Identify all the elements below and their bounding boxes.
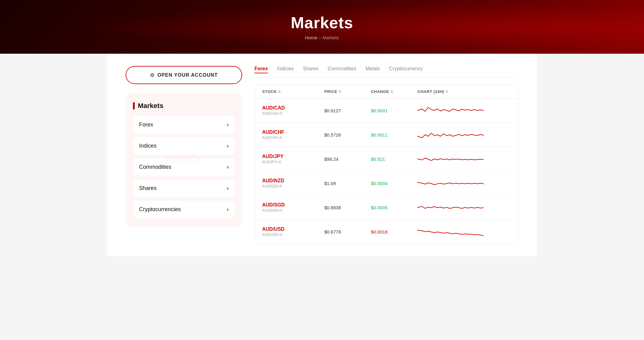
breadcrumb-separator: ›: [319, 35, 321, 40]
chevron-right-icon-shares: ›: [227, 185, 229, 191]
chart-cell: [417, 103, 511, 118]
change-cell: $0.0018: [371, 229, 417, 234]
sparkline-chart: [417, 127, 485, 142]
stock-cell: AUD/CHF AUDCHF=X: [262, 129, 324, 140]
page-title: Markets: [291, 14, 353, 32]
sparkline-chart: [417, 103, 485, 118]
breadcrumb: Home › Markets: [305, 35, 339, 40]
tab-metals[interactable]: Metals: [366, 66, 380, 73]
tab-forex[interactable]: Forex: [254, 66, 268, 73]
stock-code: AUDCAD=X: [262, 111, 324, 116]
tab-cryptocurrency[interactable]: Cryptocurrency: [389, 66, 422, 73]
open-account-button[interactable]: ⊙ OPEN YOUR ACCOUNT: [126, 66, 242, 84]
sidebar-item-shares[interactable]: Shares›: [133, 180, 235, 197]
sidebar-item-cryptocurrencies[interactable]: Cryptocurrencies›: [133, 201, 235, 218]
chevron-right-icon-cryptocurrencies: ›: [227, 206, 229, 213]
stock-code: AUDSGD=X: [262, 208, 324, 213]
chart-cell: [417, 200, 511, 215]
stock-name: AUD/NZD: [262, 178, 324, 184]
sort-icon-change[interactable]: ⇅: [390, 90, 393, 93]
stock-cell: AUD/JPY AUDJPY=X: [262, 154, 324, 164]
stock-code: AUDNZD=X: [262, 184, 324, 188]
markets-box: WikiFX Markets Forex›Indices›Commodities…: [126, 93, 242, 227]
table-row: AUD/JPY AUDJPY=X $98.24 $0.521: [255, 147, 518, 171]
table-row: AUD/CAD AUDCAD=X $0.9127 $0.0001: [255, 99, 518, 123]
stock-cell: AUD/CAD AUDCAD=X: [262, 105, 324, 116]
breadcrumb-home[interactable]: Home: [305, 35, 317, 40]
price-cell: $1.09: [324, 181, 371, 186]
tab-commodities[interactable]: Commodities: [328, 66, 356, 73]
change-cell: $0.0011: [371, 132, 417, 137]
right-panel: ForexIndiciesSharesCommoditiesMetalsCryp…: [254, 66, 518, 244]
price-cell: $0.8838: [324, 205, 371, 210]
change-cell: $0.0005: [371, 205, 417, 210]
chevron-right-icon-indices: ›: [227, 143, 229, 149]
breadcrumb-current: Markets: [323, 35, 339, 40]
sidebar: ⊙ OPEN YOUR ACCOUNT WikiFX Markets Forex…: [126, 66, 242, 244]
sidebar-items-list: Forex›Indices›Commodities›Shares›Cryptoc…: [133, 116, 235, 218]
sidebar-item-label-indices: Indices: [139, 143, 157, 149]
change-cell: $0.0001: [371, 108, 417, 113]
th-price: PRICE ⇅: [324, 89, 371, 94]
table-header: STOCK ⇅ PRICE ⇅ CHANGE ⇅ CHART (24H) ⇅: [255, 85, 518, 99]
th-change: CHANGE ⇅: [371, 89, 417, 94]
tab-shares[interactable]: Shares: [303, 66, 319, 73]
chart-cell: [417, 127, 511, 142]
stock-cell: AUD/USD AUDUSD=X: [262, 226, 324, 237]
open-account-label: OPEN YOUR ACCOUNT: [157, 72, 218, 78]
sidebar-item-commodities[interactable]: Commodities›: [133, 158, 235, 176]
stock-code: AUDCHF=X: [262, 136, 324, 140]
th-stock: STOCK ⇅: [262, 89, 324, 94]
sidebar-item-forex[interactable]: Forex›: [133, 116, 235, 133]
open-account-icon: ⊙: [150, 72, 154, 78]
sidebar-item-label-cryptocurrencies: Cryptocurrencies: [139, 206, 181, 213]
sparkline-chart: [417, 151, 485, 167]
price-cell: $0.9127: [324, 108, 371, 113]
sort-icon-price[interactable]: ⇅: [339, 90, 341, 93]
markets-box-title: Markets: [133, 102, 235, 110]
sidebar-item-indices[interactable]: Indices›: [133, 137, 235, 155]
table-row: AUD/NZD AUDNZD=X $1.09 $0.0004: [255, 171, 518, 195]
chevron-right-icon-forex: ›: [227, 122, 229, 128]
th-chart: CHART (24H) ⇅: [417, 89, 511, 94]
market-table: STOCK ⇅ PRICE ⇅ CHANGE ⇅ CHART (24H) ⇅ A…: [254, 85, 518, 244]
tab-indicies[interactable]: Indicies: [277, 66, 294, 73]
chart-cell: [417, 224, 511, 239]
sparkline-chart: [417, 224, 485, 239]
table-row: AUD/USD AUDUSD=X $0.6778 $0.0018: [255, 220, 518, 244]
sidebar-item-label-commodities: Commodities: [139, 164, 171, 170]
stock-cell: AUD/NZD AUDNZD=X: [262, 178, 324, 188]
market-tabs: ForexIndiciesSharesCommoditiesMetalsCryp…: [254, 66, 518, 77]
price-cell: $0.5726: [324, 132, 371, 137]
main-content: ⊙ OPEN YOUR ACCOUNT WikiFX Markets Forex…: [107, 54, 537, 256]
price-cell: $98.24: [324, 156, 371, 162]
table-body: AUD/CAD AUDCAD=X $0.9127 $0.0001 AUD/CHF…: [255, 99, 518, 244]
stock-code: AUDUSD=X: [262, 233, 324, 237]
stock-name: AUD/SGD: [262, 202, 324, 208]
price-cell: $0.6778: [324, 229, 371, 234]
sidebar-item-label-forex: Forex: [139, 122, 153, 128]
stock-code: AUDJPY=X: [262, 160, 324, 164]
chart-cell: [417, 151, 511, 167]
sparkline-chart: [417, 200, 485, 215]
change-cell: $0.521: [371, 156, 417, 162]
stock-name: AUD/JPY: [262, 154, 324, 159]
table-row: AUD/SGD AUDSGD=X $0.8838 $0.0005: [255, 195, 518, 220]
change-cell: $0.0004: [371, 181, 417, 186]
stock-name: AUD/USD: [262, 226, 324, 232]
stock-name: AUD/CAD: [262, 105, 324, 111]
sparkline-chart: [417, 176, 485, 191]
sidebar-item-label-shares: Shares: [139, 185, 157, 191]
stock-name: AUD/CHF: [262, 129, 324, 135]
hero-section: WikiFX Markets Home › Markets: [0, 0, 644, 54]
sort-icon-stock[interactable]: ⇅: [278, 90, 281, 93]
chart-cell: [417, 176, 511, 191]
sort-icon-chart[interactable]: ⇅: [445, 90, 448, 93]
chevron-right-icon-commodities: ›: [227, 164, 229, 170]
stock-cell: AUD/SGD AUDSGD=X: [262, 202, 324, 213]
table-row: AUD/CHF AUDCHF=X $0.5726 $0.0011: [255, 123, 518, 147]
